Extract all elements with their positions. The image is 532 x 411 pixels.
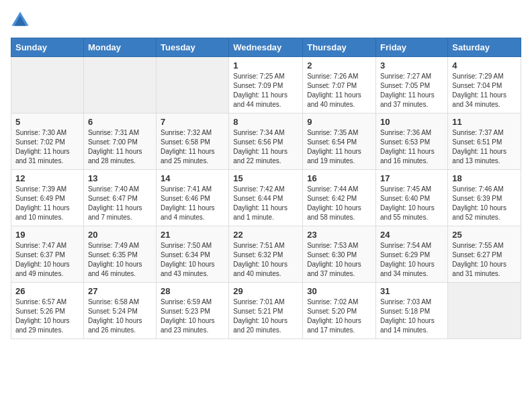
day-number: 20 — [88, 230, 152, 240]
day-info: Sunrise: 7:30 AM Sunset: 7:02 PM Dayligh… — [15, 128, 79, 166]
calendar-cell: 24Sunrise: 7:54 AM Sunset: 6:29 PM Dayli… — [376, 226, 448, 283]
day-info: Sunrise: 7:42 AM Sunset: 6:44 PM Dayligh… — [233, 185, 298, 222]
day-number: 15 — [233, 173, 298, 183]
day-info: Sunrise: 7:46 AM Sunset: 6:39 PM Dayligh… — [452, 185, 517, 222]
day-number: 16 — [307, 173, 371, 183]
calendar-cell: 7Sunrise: 7:32 AM Sunset: 6:58 PM Daylig… — [157, 113, 229, 170]
calendar-cell: 15Sunrise: 7:42 AM Sunset: 6:44 PM Dayli… — [229, 170, 303, 226]
day-info: Sunrise: 7:02 AM Sunset: 5:20 PM Dayligh… — [307, 298, 371, 335]
day-header-saturday: Saturday — [448, 38, 521, 57]
calendar-week-row: 12Sunrise: 7:39 AM Sunset: 6:49 PM Dayli… — [11, 170, 521, 226]
day-info: Sunrise: 6:57 AM Sunset: 5:26 PM Dayligh… — [15, 298, 79, 335]
day-number: 7 — [161, 117, 224, 127]
calendar-cell: 14Sunrise: 7:41 AM Sunset: 6:46 PM Dayli… — [157, 170, 229, 226]
day-number: 28 — [161, 286, 224, 296]
day-header-friday: Friday — [376, 38, 448, 57]
calendar-cell: 1Sunrise: 7:25 AM Sunset: 7:09 PM Daylig… — [229, 57, 303, 113]
day-info: Sunrise: 7:29 AM Sunset: 7:04 PM Dayligh… — [452, 72, 517, 109]
day-info: Sunrise: 7:25 AM Sunset: 7:09 PM Dayligh… — [233, 72, 298, 109]
day-info: Sunrise: 7:45 AM Sunset: 6:40 PM Dayligh… — [380, 185, 443, 222]
calendar-cell: 3Sunrise: 7:27 AM Sunset: 7:05 PM Daylig… — [376, 57, 448, 113]
day-number: 13 — [88, 173, 152, 183]
calendar-cell: 17Sunrise: 7:45 AM Sunset: 6:40 PM Dayli… — [376, 170, 448, 226]
day-number: 4 — [452, 60, 517, 71]
day-number: 12 — [15, 173, 79, 183]
day-info: Sunrise: 7:03 AM Sunset: 5:18 PM Dayligh… — [380, 298, 443, 335]
day-info: Sunrise: 7:26 AM Sunset: 7:07 PM Dayligh… — [307, 72, 371, 109]
day-info: Sunrise: 7:47 AM Sunset: 6:37 PM Dayligh… — [15, 241, 79, 279]
day-number: 3 — [380, 60, 443, 71]
day-number: 22 — [233, 230, 298, 240]
calendar-header-row: SundayMondayTuesdayWednesdayThursdayFrid… — [11, 38, 521, 57]
calendar-cell: 18Sunrise: 7:46 AM Sunset: 6:39 PM Dayli… — [448, 170, 521, 226]
calendar-cell: 27Sunrise: 6:58 AM Sunset: 5:24 PM Dayli… — [83, 283, 156, 339]
calendar-cell: 12Sunrise: 7:39 AM Sunset: 6:49 PM Dayli… — [11, 170, 84, 226]
calendar-week-row: 26Sunrise: 6:57 AM Sunset: 5:26 PM Dayli… — [11, 283, 521, 339]
calendar-cell: 28Sunrise: 6:59 AM Sunset: 5:23 PM Dayli… — [157, 283, 229, 339]
calendar-week-row: 1Sunrise: 7:25 AM Sunset: 7:09 PM Daylig… — [11, 57, 521, 113]
calendar-cell: 2Sunrise: 7:26 AM Sunset: 7:07 PM Daylig… — [303, 57, 376, 113]
calendar-cell: 21Sunrise: 7:50 AM Sunset: 6:34 PM Dayli… — [157, 226, 229, 283]
day-number: 11 — [452, 117, 517, 127]
day-info: Sunrise: 7:32 AM Sunset: 6:58 PM Dayligh… — [161, 128, 224, 166]
day-info: Sunrise: 7:36 AM Sunset: 6:53 PM Dayligh… — [380, 128, 443, 166]
day-info: Sunrise: 7:31 AM Sunset: 7:00 PM Dayligh… — [88, 128, 152, 166]
day-number: 27 — [88, 286, 152, 296]
calendar-cell — [448, 283, 521, 339]
day-number: 23 — [307, 230, 371, 240]
calendar-table: SundayMondayTuesdayWednesdayThursdayFrid… — [11, 38, 521, 339]
day-info: Sunrise: 7:39 AM Sunset: 6:49 PM Dayligh… — [15, 185, 79, 222]
calendar-cell: 8Sunrise: 7:34 AM Sunset: 6:56 PM Daylig… — [229, 113, 303, 170]
calendar-cell: 20Sunrise: 7:49 AM Sunset: 6:35 PM Dayli… — [83, 226, 156, 283]
calendar-cell: 4Sunrise: 7:29 AM Sunset: 7:04 PM Daylig… — [448, 57, 521, 113]
day-number: 25 — [452, 230, 517, 240]
calendar-cell: 26Sunrise: 6:57 AM Sunset: 5:26 PM Dayli… — [11, 283, 84, 339]
logo-icon — [11, 11, 30, 30]
day-number: 9 — [307, 117, 371, 127]
day-header-thursday: Thursday — [303, 38, 376, 57]
day-info: Sunrise: 7:54 AM Sunset: 6:29 PM Dayligh… — [380, 241, 443, 279]
day-info: Sunrise: 7:35 AM Sunset: 6:54 PM Dayligh… — [307, 128, 371, 166]
day-info: Sunrise: 6:58 AM Sunset: 5:24 PM Dayligh… — [88, 298, 152, 335]
day-number: 17 — [380, 173, 443, 183]
day-number: 14 — [161, 173, 224, 183]
day-number: 6 — [88, 117, 152, 127]
calendar-cell: 22Sunrise: 7:51 AM Sunset: 6:32 PM Dayli… — [229, 226, 303, 283]
day-info: Sunrise: 7:51 AM Sunset: 6:32 PM Dayligh… — [233, 241, 298, 279]
day-info: Sunrise: 7:53 AM Sunset: 6:30 PM Dayligh… — [307, 241, 371, 279]
day-number: 30 — [307, 286, 371, 296]
day-header-wednesday: Wednesday — [229, 38, 303, 57]
calendar-cell — [83, 57, 156, 113]
day-number: 10 — [380, 117, 443, 127]
calendar-cell: 23Sunrise: 7:53 AM Sunset: 6:30 PM Dayli… — [303, 226, 376, 283]
calendar-cell: 19Sunrise: 7:47 AM Sunset: 6:37 PM Dayli… — [11, 226, 84, 283]
day-number: 8 — [233, 117, 298, 127]
day-info: Sunrise: 7:50 AM Sunset: 6:34 PM Dayligh… — [161, 241, 224, 279]
day-info: Sunrise: 6:59 AM Sunset: 5:23 PM Dayligh… — [161, 298, 224, 335]
day-header-monday: Monday — [83, 38, 156, 57]
day-number: 21 — [161, 230, 224, 240]
day-info: Sunrise: 7:40 AM Sunset: 6:47 PM Dayligh… — [88, 185, 152, 222]
day-info: Sunrise: 7:01 AM Sunset: 5:21 PM Dayligh… — [233, 298, 298, 335]
logo — [11, 11, 32, 30]
calendar-cell: 25Sunrise: 7:55 AM Sunset: 6:27 PM Dayli… — [448, 226, 521, 283]
calendar-cell: 10Sunrise: 7:36 AM Sunset: 6:53 PM Dayli… — [376, 113, 448, 170]
calendar-cell — [11, 57, 84, 113]
calendar-cell: 31Sunrise: 7:03 AM Sunset: 5:18 PM Dayli… — [376, 283, 448, 339]
page-header — [11, 11, 521, 30]
day-number: 5 — [15, 117, 79, 127]
day-number: 26 — [15, 286, 79, 296]
day-number: 1 — [233, 60, 298, 71]
calendar-cell: 11Sunrise: 7:37 AM Sunset: 6:51 PM Dayli… — [448, 113, 521, 170]
day-number: 31 — [380, 286, 443, 296]
day-number: 2 — [307, 60, 371, 71]
day-header-tuesday: Tuesday — [157, 38, 229, 57]
day-info: Sunrise: 7:34 AM Sunset: 6:56 PM Dayligh… — [233, 128, 298, 166]
day-info: Sunrise: 7:44 AM Sunset: 6:42 PM Dayligh… — [307, 185, 371, 222]
day-info: Sunrise: 7:37 AM Sunset: 6:51 PM Dayligh… — [452, 128, 517, 166]
day-number: 19 — [15, 230, 79, 240]
calendar-cell — [157, 57, 229, 113]
day-number: 24 — [380, 230, 443, 240]
day-info: Sunrise: 7:49 AM Sunset: 6:35 PM Dayligh… — [88, 241, 152, 279]
calendar-cell: 30Sunrise: 7:02 AM Sunset: 5:20 PM Dayli… — [303, 283, 376, 339]
